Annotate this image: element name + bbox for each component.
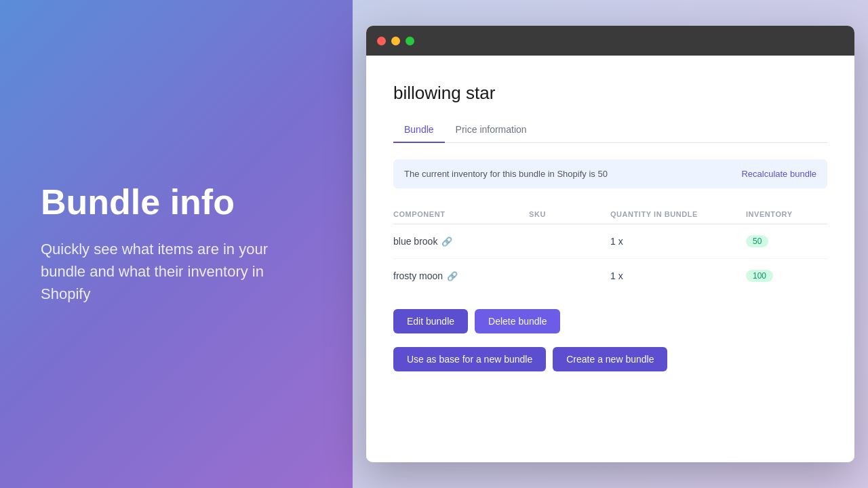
delete-bundle-button[interactable]: Delete bundle [475, 309, 560, 333]
traffic-light-green [406, 37, 414, 45]
edit-bundle-button[interactable]: Edit bundle [393, 309, 468, 333]
col-header-inventory: INVENTORY [746, 205, 827, 224]
col-header-qty: QUANTITY IN BUNDLE [610, 205, 746, 224]
component-name-0: blue brook [393, 236, 437, 247]
traffic-light-yellow [391, 37, 400, 45]
info-banner-text: The current inventory for this bundle in… [404, 169, 608, 179]
link-icon-0[interactable]: 🔗 [441, 237, 452, 247]
inventory-badge-0: 50 [746, 235, 768, 247]
tabs-container: Bundle Price information [393, 117, 827, 143]
inventory-cell-1: 100 [746, 259, 827, 293]
col-header-sku: SKU [529, 205, 610, 224]
tab-bundle[interactable]: Bundle [393, 117, 445, 143]
browser-titlebar [366, 26, 854, 56]
table-row: blue brook 🔗 1 x 50 [393, 224, 827, 259]
sku-cell-1 [529, 259, 610, 293]
browser-window: billowing star Bundle Price information … [366, 26, 854, 462]
left-panel: Bundle info Quickly see what items are i… [0, 0, 353, 488]
right-panel: billowing star Bundle Price information … [353, 0, 868, 488]
inventory-badge-1: 100 [746, 270, 773, 282]
bundle-table: COMPONENT SKU QUANTITY IN BUNDLE INVENTO… [393, 205, 827, 293]
traffic-light-red [377, 37, 386, 45]
main-heading: Bundle info [41, 183, 312, 222]
sku-cell-0 [529, 224, 610, 259]
component-cell-0: blue brook 🔗 [393, 224, 529, 259]
action-row: Edit bundle Delete bundle [393, 309, 827, 333]
col-header-component: COMPONENT [393, 205, 529, 224]
table-row: frosty moon 🔗 1 x 100 [393, 259, 827, 293]
main-description: Quickly see what items are in your bundl… [41, 238, 312, 305]
recalculate-link[interactable]: Recalculate bundle [741, 169, 816, 179]
secondary-row: Use as base for a new bundle Create a ne… [393, 347, 827, 371]
component-name-1: frosty moon [393, 270, 443, 281]
info-banner: The current inventory for this bundle in… [393, 159, 827, 188]
qty-cell-1: 1 x [610, 259, 746, 293]
inventory-cell-0: 50 [746, 224, 827, 259]
tab-price-information[interactable]: Price information [445, 117, 538, 143]
browser-content: billowing star Bundle Price information … [366, 56, 854, 462]
use-as-base-button[interactable]: Use as base for a new bundle [393, 347, 546, 371]
component-cell-1: frosty moon 🔗 [393, 259, 529, 293]
create-new-bundle-button[interactable]: Create a new bundle [553, 347, 667, 371]
app-title: billowing star [393, 83, 827, 104]
qty-cell-0: 1 x [610, 224, 746, 259]
link-icon-1[interactable]: 🔗 [447, 271, 458, 281]
